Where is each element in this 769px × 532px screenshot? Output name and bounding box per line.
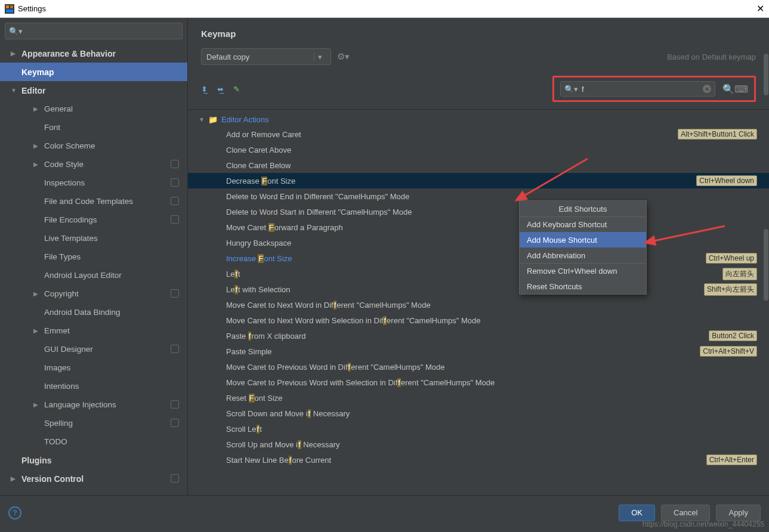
menu-item-add-keyboard-shortcut[interactable]: Add Keyboard Shortcut — [520, 216, 646, 232]
sidebar-item-copyright[interactable]: Copyright — [0, 284, 187, 303]
menu-item-remove-ctrl-wheel-down[interactable]: Remove Ctrl+Wheel down — [520, 263, 646, 279]
sidebar-item-general[interactable]: General — [0, 100, 187, 118]
sidebar-item-label: Plugins — [21, 456, 52, 465]
action-row[interactable]: Paste SimpleCtrl+Alt+Shift+V — [188, 344, 769, 359]
action-row[interactable]: Clone Caret Below — [188, 157, 769, 173]
menu-item-add-abbreviation[interactable]: Add Abbreviation — [520, 248, 646, 263]
keymap-scheme-select[interactable]: Default copy ▾ — [201, 48, 331, 65]
action-row[interactable]: Scroll Up and Move if Necessary — [188, 437, 769, 452]
sidebar-item-label: TODO — [44, 437, 67, 446]
action-row[interactable]: Left with SelectionShift+向左箭头 — [188, 282, 769, 297]
sidebar-item-label: Keymap — [21, 67, 54, 77]
action-name: Hungry Backspace — [226, 239, 291, 248]
sidebar-item-label: Version Control — [21, 474, 84, 484]
sidebar-item-todo[interactable]: TODO — [0, 432, 187, 451]
action-row[interactable]: Delete to Word Start in Different "Camel… — [188, 204, 769, 219]
action-name: Move Caret Forward a Paragraph — [226, 223, 343, 232]
action-row[interactable]: Left向左箭头 — [188, 266, 769, 282]
action-row[interactable]: Decrease Font SizeCtrl+Wheel down — [188, 173, 769, 188]
action-row[interactable]: Move Caret to Previous Word in Different… — [188, 359, 769, 375]
sidebar-item-intentions[interactable]: Intentions — [0, 377, 187, 395]
clear-icon[interactable]: ✕ — [703, 85, 711, 93]
action-name: Start New Line Before Current — [226, 456, 331, 465]
action-row[interactable]: Delete to Word End in Different "CamelHu… — [188, 188, 769, 204]
window-titlebar: Settings ✕ — [0, 0, 769, 18]
sidebar-item-plugins[interactable]: Plugins — [0, 451, 187, 469]
action-name: Decrease Font Size — [226, 177, 295, 185]
action-row[interactable]: Add or Remove CaretAlt+Shift+Button1 Cli… — [188, 126, 769, 142]
sidebar-item-color-scheme[interactable]: Color Scheme — [0, 137, 187, 155]
sidebar-item-version-control[interactable]: Version Control — [0, 469, 187, 488]
action-row[interactable]: Scroll Left — [188, 421, 769, 437]
sidebar-item-file-encodings[interactable]: File Encodings — [0, 211, 187, 229]
close-icon[interactable]: ✕ — [756, 3, 764, 14]
search-icon: 🔍▾ — [9, 27, 23, 36]
shortcut-chip: Ctrl+Wheel down — [696, 175, 757, 186]
settings-search-input[interactable]: 🔍▾ — [5, 23, 183, 39]
menu-item-edit-shortcuts[interactable]: Edit Shortcuts — [520, 201, 646, 216]
sidebar-item-editor[interactable]: Editor — [0, 81, 187, 100]
action-name: Paste from X clipboard — [226, 332, 306, 341]
sidebar-item-code-style[interactable]: Code Style — [0, 155, 187, 174]
sidebar-item-label: Code Style — [44, 160, 84, 169]
action-row[interactable]: Start New Line Before CurrentCtrl+Alt+En… — [188, 452, 769, 468]
window-title: Settings — [18, 4, 46, 13]
caret-icon — [33, 143, 39, 149]
action-row[interactable]: Increase Font SizeCtrl+Wheel up — [188, 250, 769, 266]
action-row[interactable]: Move Caret Forward a Paragraph — [188, 219, 769, 235]
sidebar-item-gui-designer[interactable]: GUI Designer — [0, 340, 187, 358]
sidebar-item-android-layout-editor[interactable]: Android Layout Editor — [0, 266, 187, 284]
sidebar-item-file-types[interactable]: File Types — [0, 248, 187, 266]
action-name: Delete to Word End in Different "CamelHu… — [226, 192, 409, 201]
app-icon — [5, 4, 14, 14]
action-row[interactable]: Reset Font Size — [188, 390, 769, 406]
action-row[interactable]: Scroll Down and Move if Necessary — [188, 406, 769, 421]
sidebar-item-spelling[interactable]: Spelling — [0, 414, 187, 432]
sidebar-item-label: Copyright — [44, 289, 79, 298]
group-editor-actions[interactable]: ▼ 📁 Editor Actions — [188, 112, 769, 126]
sidebar-item-file-and-code-templates[interactable]: File and Code Templates — [0, 192, 187, 211]
action-name: Increase Font Size — [226, 254, 292, 263]
group-label: Editor Actions — [221, 115, 269, 124]
action-name: Left with Selection — [226, 285, 291, 294]
apply-button[interactable]: Apply — [716, 505, 761, 521]
menu-item-add-mouse-shortcut[interactable]: Add Mouse Shortcut — [520, 232, 646, 248]
sidebar-item-appearance-behavior[interactable]: Appearance & Behavior — [0, 44, 187, 63]
sidebar-item-label: Android Layout Editor — [44, 271, 122, 280]
scope-badge-icon — [171, 400, 179, 409]
sidebar-item-font[interactable]: Font — [0, 118, 187, 137]
search-icon: 🔍▾ — [564, 85, 578, 94]
action-row[interactable]: Move Caret to Next Word in Different "Ca… — [188, 297, 769, 313]
action-row[interactable]: Move Caret to Previous Word with Selecti… — [188, 375, 769, 390]
find-by-shortcut-icon[interactable]: 🔍⌨ — [722, 83, 748, 95]
menu-item-reset-shortcuts[interactable]: Reset Shortcuts — [520, 279, 646, 294]
sidebar-item-live-templates[interactable]: Live Templates — [0, 229, 187, 248]
action-name: Move Caret to Next Word with Selection i… — [226, 316, 480, 325]
shortcut-chip: Ctrl+Alt+Shift+V — [700, 346, 757, 357]
gear-icon[interactable]: ⚙▾ — [337, 51, 350, 62]
sidebar-item-images[interactable]: Images — [0, 358, 187, 377]
ok-button[interactable]: OK — [619, 505, 655, 521]
expand-all-icon[interactable]: ⬍̲ — [201, 85, 208, 94]
action-row[interactable]: Paste from X clipboardButton2 Click — [188, 328, 769, 344]
action-search-input[interactable]: 🔍▾ f ✕ — [560, 81, 715, 97]
scope-badge-icon — [171, 474, 179, 482]
collapse-all-icon[interactable]: ⬌̲ — [217, 85, 224, 94]
action-name: Move Caret to Previous Word in Different… — [226, 363, 444, 372]
sidebar-item-inspections[interactable]: Inspections — [0, 174, 187, 192]
sidebar-item-android-data-binding[interactable]: Android Data Binding — [0, 303, 187, 321]
action-row[interactable]: Move Caret to Next Word with Selection i… — [188, 313, 769, 328]
scope-badge-icon — [171, 345, 179, 353]
sidebar-item-keymap[interactable]: Keymap — [0, 63, 187, 81]
shortcut-chip: Button2 Click — [709, 330, 757, 341]
action-row[interactable]: Hungry Backspace — [188, 235, 769, 250]
sidebar-item-label: General — [44, 104, 73, 113]
cancel-button[interactable]: Cancel — [661, 505, 710, 521]
action-row[interactable]: Clone Caret Above — [188, 142, 769, 157]
edit-icon[interactable]: ✎ — [233, 85, 240, 94]
sidebar-item-label: Editor — [21, 86, 45, 95]
sidebar-item-language-injections[interactable]: Language Injections — [0, 395, 187, 414]
action-name: Reset Font Size — [226, 394, 283, 403]
help-icon[interactable]: ? — [8, 506, 21, 519]
sidebar-item-emmet[interactable]: Emmet — [0, 321, 187, 340]
